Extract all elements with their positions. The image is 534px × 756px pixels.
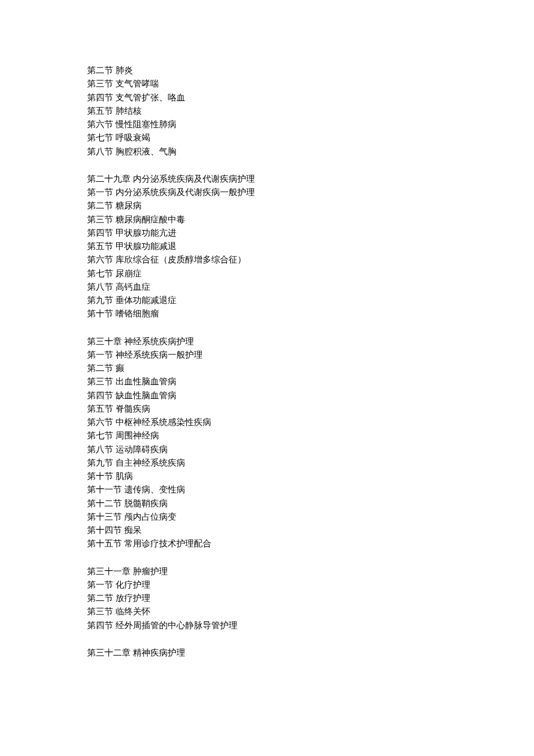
section-label: 第四节	[87, 228, 113, 237]
section-label: 第十节	[87, 309, 113, 318]
toc-entry: 第六节 库欣综合征（皮质醇增多综合征）	[87, 253, 447, 267]
section-title: 脱髓鞘疾病	[124, 499, 168, 508]
chapter-heading: 第三十章 神经系统疾病护理	[87, 335, 447, 348]
section-title: 运动障碍疾病	[116, 445, 168, 454]
toc-entry: 第三节 出血性脑血管病	[87, 375, 447, 388]
section-title: 糖尿病酮症酸中毒	[116, 215, 185, 224]
section-label: 第二节	[87, 363, 113, 373]
section-label: 第十节	[87, 471, 113, 481]
chapter-heading: 第三十二章 精神疾病护理	[87, 646, 447, 660]
section-title: 垂体功能减退症	[116, 296, 176, 305]
toc-entry: 第二节 糖尿病	[87, 199, 447, 213]
toc-entry: 第七节 周围神经病	[87, 429, 447, 442]
section-title: 经外周插管的中心静脉导管护理	[116, 621, 237, 630]
section-title: 脊髓疾病	[116, 404, 150, 413]
toc-entry: 第十三节 颅内占位病变	[87, 510, 447, 524]
section-title: 痴呆	[124, 525, 142, 535]
section-label: 第三节	[87, 607, 113, 616]
toc-entry: 第八节 运动障碍疾病	[87, 443, 447, 456]
section-label: 第十四节	[87, 525, 122, 535]
section-title: 甲状腺功能亢进	[116, 228, 176, 237]
section-label: 第三节	[87, 79, 113, 88]
section-title: 缺血性脑血管病	[116, 391, 176, 400]
section-title: 中枢神经系统感染性疾病	[116, 417, 211, 427]
section-label: 第十三节	[87, 512, 122, 521]
section-label: 第八节	[87, 445, 113, 454]
chapter-label: 第三十二章	[87, 648, 131, 657]
toc-entry: 第二节 肺炎	[87, 64, 447, 77]
document-page: 第二节 肺炎 第三节 支气管哮喘 第四节 支气管扩张、咯血 第五节 肺结核 第六…	[0, 0, 534, 694]
toc-entry: 第三节 临终关怀	[87, 605, 447, 618]
chapter-heading: 第二十九章 内分泌系统疾病及代谢疾病护理	[87, 172, 447, 186]
section-label: 第七节	[87, 431, 113, 440]
section-label: 第七节	[87, 133, 113, 142]
toc-entry: 第七节 呼吸衰竭	[87, 131, 447, 145]
section-label: 第六节	[87, 417, 113, 427]
section-label: 第三节	[87, 377, 113, 386]
section-label: 第五节	[87, 242, 113, 251]
toc-entry: 第五节 肺结核	[87, 105, 447, 118]
section-title: 神经系统疾病一般护理	[116, 350, 203, 359]
section-title: 甲状腺功能减退	[116, 242, 176, 251]
section-title: 肺炎	[116, 66, 133, 75]
section-label: 第六节	[87, 255, 113, 264]
toc-entry: 第三节 糖尿病酮症酸中毒	[87, 213, 447, 226]
section-title: 糖尿病	[116, 201, 142, 210]
section-title: 慢性阻塞性肺病	[116, 120, 176, 129]
section-label: 第四节	[87, 621, 113, 630]
section-label: 第四节	[87, 93, 113, 102]
block-spacer	[87, 321, 447, 335]
section-title: 支气管扩张、咯血	[116, 93, 185, 102]
section-title: 周围神经病	[116, 431, 159, 440]
toc-entry: 第二节 癫	[87, 362, 447, 375]
section-label: 第十二节	[87, 499, 122, 508]
section-title: 胸腔积液、气胸	[116, 147, 176, 156]
section-title: 颅内占位病变	[124, 512, 176, 521]
toc-entry: 第六节 慢性阻塞性肺病	[87, 118, 447, 131]
toc-entry: 第九节 自主神经系统疾病	[87, 456, 447, 470]
toc-entry: 第十一节 遗传病、变性病	[87, 483, 447, 496]
section-label: 第九节	[87, 296, 113, 305]
section-title: 常用诊疗技术护理配合	[124, 539, 211, 548]
toc-entry: 第四节 甲状腺功能亢进	[87, 226, 447, 240]
section-title: 出血性脑血管病	[116, 377, 176, 386]
toc-entry: 第四节 经外周插管的中心静脉导管护理	[87, 619, 447, 632]
section-label: 第十五节	[87, 539, 122, 548]
toc-entry: 第十四节 痴呆	[87, 524, 447, 537]
section-title: 呼吸衰竭	[116, 133, 150, 142]
toc-entry: 第六节 中枢神经系统感染性疾病	[87, 416, 447, 429]
section-title: 高钙血症	[116, 282, 150, 291]
toc-entry: 第十节 肌病	[87, 470, 447, 483]
chapter-title: 肿瘤护理	[133, 567, 168, 576]
section-title: 库欣综合征（皮质醇增多综合征）	[116, 255, 246, 264]
toc-entry: 第八节 高钙血症	[87, 280, 447, 294]
section-title: 化疗护理	[116, 580, 150, 589]
toc-entry: 第五节 甲状腺功能减退	[87, 240, 447, 253]
toc-entry: 第一节 化疗护理	[87, 578, 447, 592]
toc-entry: 第二节 放疗护理	[87, 592, 447, 605]
section-title: 肺结核	[116, 106, 142, 116]
toc-entry: 第九节 垂体功能减退症	[87, 294, 447, 307]
section-title: 放疗护理	[116, 593, 150, 603]
toc-entry: 第三节 支气管哮喘	[87, 77, 447, 91]
section-label: 第十一节	[87, 485, 122, 494]
toc-entry: 第一节 神经系统疾病一般护理	[87, 348, 447, 362]
section-label: 第一节	[87, 580, 113, 589]
section-label: 第八节	[87, 147, 113, 156]
section-title: 嗜铬细胞瘤	[116, 309, 159, 318]
toc-entry: 第十节 嗜铬细胞瘤	[87, 307, 447, 321]
block-spacer	[87, 551, 447, 565]
section-label: 第三节	[87, 215, 113, 224]
chapter-title: 神经系统疾病护理	[124, 337, 194, 346]
section-title: 内分泌系统疾病及代谢疾病一般护理	[116, 188, 255, 197]
section-title: 癫	[116, 363, 124, 373]
section-label: 第九节	[87, 458, 113, 467]
section-label: 第一节	[87, 350, 113, 359]
section-title: 肌病	[116, 471, 133, 481]
toc-entry: 第一节 内分泌系统疾病及代谢疾病一般护理	[87, 186, 447, 199]
section-label: 第二节	[87, 593, 113, 603]
section-label: 第八节	[87, 282, 113, 291]
chapter-label: 第三十章	[87, 337, 122, 346]
toc-entry: 第十五节 常用诊疗技术护理配合	[87, 537, 447, 550]
section-label: 第四节	[87, 391, 113, 400]
